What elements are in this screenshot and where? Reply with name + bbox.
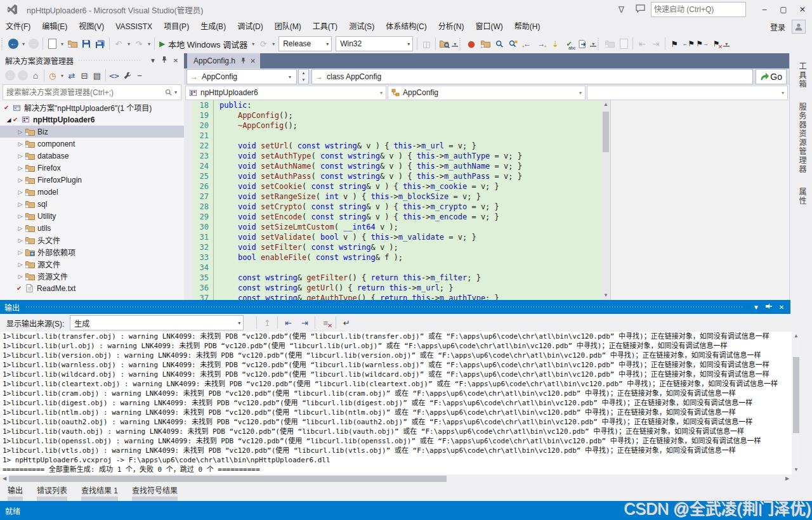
va-open-file-icon[interactable]	[478, 36, 492, 51]
home-icon[interactable]: ⌂	[29, 68, 42, 83]
right-tab-服务器资源管理器[interactable]: 服务器资源管理器	[795, 100, 809, 176]
nav-back-caret[interactable]: ▾	[20, 41, 27, 47]
redo-caret[interactable]: ▾	[146, 41, 152, 47]
scroll-left-icon[interactable]: ◀	[0, 474, 9, 483]
va-scope-caret[interactable]: ▾	[287, 74, 293, 80]
open-file-icon[interactable]	[65, 36, 79, 51]
collapsed-arrow-icon[interactable]: ▷	[16, 225, 24, 231]
search-options-caret[interactable]: ▾	[173, 89, 179, 95]
tab-close-icon[interactable]: ✕	[250, 57, 256, 65]
redo-icon[interactable]: ↷	[132, 36, 146, 51]
va-nav-back-icon[interactable]: ←▪	[520, 36, 534, 51]
va-tomato-icon[interactable]	[464, 36, 478, 51]
next-message-icon[interactable]: ⇥	[296, 316, 313, 330]
menu-item[interactable]: 调试(D)	[232, 19, 269, 34]
collapsed-arrow-icon[interactable]: ▷	[16, 273, 24, 280]
sync-with-active-document-icon[interactable]: ◷	[46, 68, 59, 83]
tab-pin-icon[interactable]	[240, 57, 246, 65]
new-item-icon[interactable]	[617, 36, 631, 51]
menu-item[interactable]: VASSISTX	[110, 19, 158, 34]
editor-vertical-scrollbar[interactable]: ▲ ▼	[601, 100, 610, 300]
minimize-button[interactable]: –	[755, 3, 774, 16]
word-wrap-icon[interactable]: ↵	[338, 316, 355, 330]
code-editor[interactable]: 18public:19 AppConfig();20 ~AppConfig();…	[184, 100, 601, 300]
va-context-field[interactable]: → class AppConfig	[311, 69, 753, 84]
menu-item[interactable]: 生成(B)	[195, 19, 232, 34]
tree-row-folder[interactable]: ▷component	[0, 138, 184, 150]
close-button[interactable]: ✕	[793, 3, 812, 16]
nav-back-icon[interactable]: ←	[6, 36, 20, 51]
output-source-combo[interactable]: 生成 ▾	[70, 315, 244, 330]
collapse-all-icon[interactable]: ⊟	[78, 68, 91, 83]
combo-caret-icon[interactable]: ▾	[326, 41, 329, 47]
user-avatar[interactable]	[792, 20, 806, 34]
outdent-icon[interactable]: ⇤	[635, 36, 649, 51]
scrollbar-thumb[interactable]	[793, 357, 799, 433]
back-icon[interactable]: ←	[4, 68, 16, 83]
menu-item[interactable]: 测试(S)	[343, 19, 380, 34]
solution-search-input[interactable]	[3, 88, 165, 97]
find-in-files-icon[interactable]	[438, 36, 452, 51]
bottom-tab-查找结果 1[interactable]: 查找结果 1	[76, 483, 123, 502]
bookmark-next-icon[interactable]: ⚑→	[695, 36, 709, 51]
nav-class-combo[interactable]: AppConfig ▾	[388, 86, 586, 100]
prev-message-icon[interactable]: ⇤	[280, 316, 296, 330]
menu-item[interactable]: 体系结构(C)	[380, 19, 433, 34]
start-debug-button[interactable]: ▶本地 Windows 调试器	[157, 36, 250, 51]
solution-search-box[interactable]: ▾	[3, 84, 181, 100]
scrollbar-thumb[interactable]	[9, 476, 447, 482]
new-file-icon[interactable]	[45, 36, 59, 51]
tree-row-folder[interactable]: ▷头文件	[0, 234, 184, 246]
va-find-references-icon[interactable]	[492, 36, 506, 51]
bookmark-options-caret[interactable]: ▾	[723, 41, 730, 47]
output-text-area[interactable]: 1>libcurl.lib(transfer.obj) : warning LN…	[0, 332, 792, 474]
output-close-icon[interactable]: ✕	[775, 304, 788, 311]
bookmark-clear-icon[interactable]: ⚑✕	[709, 36, 723, 51]
pin-icon[interactable]	[159, 56, 170, 65]
view-code-icon[interactable]: <>	[108, 68, 121, 83]
nav-member-combo[interactable]: ▾	[587, 86, 788, 100]
va-scope-combo[interactable]: → AppConfig ▾	[187, 69, 297, 84]
right-tab-属性[interactable]: 属性	[795, 185, 809, 208]
tree-row-folder[interactable]: ▷FirefoxPlugin	[0, 174, 184, 186]
output-horizontal-scrollbar[interactable]: ◀ ▶	[0, 474, 792, 483]
output-vertical-scrollbar[interactable]: ▲ ▼	[792, 332, 801, 474]
va-nav-forward-icon[interactable]: →▪	[534, 36, 548, 51]
menu-item[interactable]: 项目(P)	[158, 19, 195, 34]
va-spinner[interactable]: ▲▼	[298, 69, 309, 84]
apply-code-changes-caret[interactable]: ▾	[270, 41, 277, 47]
collapsed-arrow-icon[interactable]: ▷	[16, 141, 24, 147]
collapsed-arrow-icon[interactable]: ▷	[16, 177, 24, 183]
save-all-icon[interactable]	[93, 36, 107, 51]
output-pin-icon[interactable]	[763, 303, 775, 311]
va-options-caret[interactable]: ▾	[590, 41, 596, 47]
tree-row-folder[interactable]: ▷sql	[0, 198, 184, 210]
right-tab-工具箱[interactable]: 工具箱	[795, 60, 809, 91]
preview-selected-items-icon[interactable]: −	[133, 68, 146, 83]
refresh-icon[interactable]: ⇄	[65, 68, 78, 83]
tree-row-folder[interactable]: ▷Firefox	[0, 162, 184, 174]
comment-bubble-icon[interactable]	[636, 4, 645, 15]
collapsed-arrow-icon[interactable]: ▷	[16, 213, 24, 219]
nav-class-caret[interactable]: ▾	[579, 90, 582, 96]
tree-row-folder[interactable]: ▷utils	[0, 222, 184, 234]
menu-item[interactable]: 分析(N)	[433, 19, 470, 34]
tree-row-folder[interactable]: ▷资源文件	[0, 270, 184, 282]
goto-message-icon[interactable]: ↥	[259, 316, 275, 330]
output-menu-caret-icon[interactable]: ▼	[750, 304, 763, 311]
tree-row-project[interactable]: ◢✔npHttpUploader6	[0, 114, 184, 126]
scrollbar-thumb[interactable]	[603, 112, 609, 152]
menu-item[interactable]: 文件(F)	[0, 19, 36, 34]
quick-launch-box[interactable]	[651, 2, 746, 17]
menu-item[interactable]: 帮助(H)	[509, 19, 546, 34]
menu-item[interactable]: 编辑(E)	[36, 19, 73, 34]
start-debug-caret[interactable]: ▾	[250, 41, 256, 47]
sync-caret-icon[interactable]: ▾	[59, 73, 65, 79]
show-all-files-icon[interactable]: ▤	[91, 68, 103, 83]
nav-project-combo[interactable]: npHttpUploader6 ▾	[185, 86, 386, 100]
tree-row-folder[interactable]: ▷database	[0, 150, 184, 162]
forward-icon[interactable]: →	[16, 68, 29, 83]
properties-icon[interactable]	[121, 68, 133, 83]
document-tab-appconfig[interactable]: AppConfig.h ✕	[187, 53, 260, 68]
solution-tree[interactable]: ✔解决方案"npHttpUploader6"(1 个项目)◢✔npHttpUpl…	[0, 101, 184, 300]
